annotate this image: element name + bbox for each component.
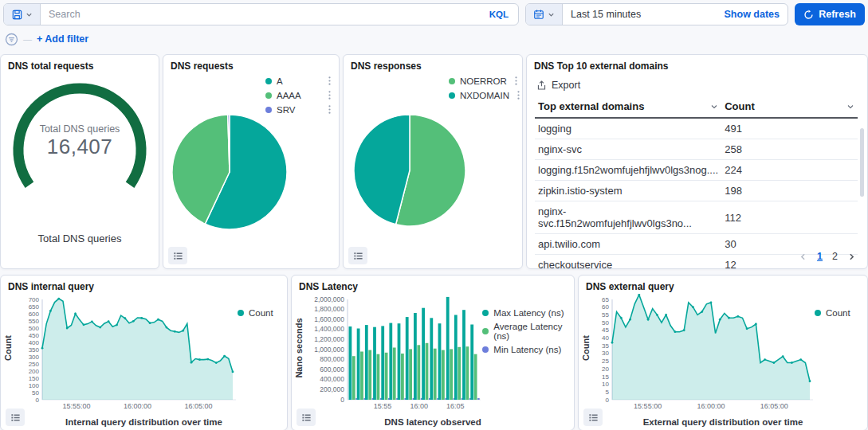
svg-text:450: 450 bbox=[29, 332, 40, 339]
time-range-value[interactable]: Last 15 minutes bbox=[563, 4, 717, 25]
svg-text:16:05:00: 16:05:00 bbox=[184, 402, 212, 410]
svg-text:35: 35 bbox=[602, 342, 609, 350]
svg-text:10: 10 bbox=[602, 381, 609, 388]
svg-text:300: 300 bbox=[29, 354, 40, 361]
svg-text:50: 50 bbox=[602, 319, 609, 326]
search-bar: KQL bbox=[3, 3, 519, 25]
legend-item[interactable]: Max Latency (ns) bbox=[482, 308, 574, 318]
export-button[interactable]: Export bbox=[527, 72, 588, 96]
legend-toggle-button[interactable] bbox=[6, 408, 25, 426]
x-axis-title: Internal query distribution over time bbox=[1, 417, 287, 427]
export-icon bbox=[536, 80, 547, 91]
legend-label: Max Latency (ns) bbox=[493, 308, 564, 318]
svg-text:0: 0 bbox=[36, 397, 40, 404]
list-icon bbox=[10, 412, 21, 423]
legend-dot bbox=[238, 310, 244, 316]
svg-text:650: 650 bbox=[29, 303, 40, 311]
date-picker: Last 15 minutes Show dates bbox=[525, 3, 788, 25]
svg-text:45: 45 bbox=[602, 326, 609, 334]
panel-title: DNS Latency bbox=[292, 276, 574, 292]
legend-item[interactable]: Count bbox=[238, 308, 287, 318]
legend-dot bbox=[265, 92, 272, 99]
cell-domain: checkoutservice bbox=[535, 255, 721, 270]
refresh-button[interactable]: Refresh bbox=[795, 3, 865, 25]
svg-text:15:55: 15:55 bbox=[374, 402, 392, 410]
panel-dns-internal-query: DNS internal query Count 050100150200250… bbox=[0, 275, 288, 430]
column-header-domains[interactable]: Top external domains bbox=[535, 96, 721, 118]
legend: Count bbox=[238, 294, 287, 416]
svg-text:700: 700 bbox=[29, 296, 40, 303]
column-label: Count bbox=[725, 100, 755, 112]
legend-item[interactable]: Average Latency (ns) bbox=[482, 322, 574, 341]
legend-label: Count bbox=[249, 308, 273, 318]
table-row: logging491 bbox=[535, 118, 858, 139]
legend-menu-icon[interactable] bbox=[325, 90, 334, 100]
svg-text:1,000,000: 1,000,000 bbox=[315, 346, 345, 354]
kql-button[interactable]: KQL bbox=[480, 4, 518, 25]
legend-toggle-button[interactable] bbox=[348, 247, 367, 264]
panel-dns-requests: DNS requests AAAAASRV bbox=[163, 54, 340, 269]
legend: Count bbox=[815, 294, 864, 416]
gauge-chart bbox=[1, 72, 159, 217]
svg-text:5: 5 bbox=[606, 389, 610, 396]
svg-text:15:55:00: 15:55:00 bbox=[62, 402, 90, 410]
y-axis-title: Nano seconds bbox=[294, 304, 304, 392]
area-chart: 0510152025303540455055606515:55:0016:00:… bbox=[591, 294, 815, 416]
svg-text:250: 250 bbox=[29, 361, 40, 368]
svg-text:200,000: 200,000 bbox=[320, 385, 345, 393]
saved-query-menu-button[interactable] bbox=[4, 4, 41, 25]
next-page-button[interactable] bbox=[847, 252, 856, 261]
date-quick-menu-button[interactable] bbox=[526, 4, 563, 25]
legend-menu-icon[interactable] bbox=[325, 104, 334, 115]
legend-item[interactable]: Count bbox=[815, 308, 864, 318]
svg-text:15: 15 bbox=[602, 373, 609, 381]
list-icon bbox=[301, 412, 312, 423]
legend-toggle-button[interactable] bbox=[583, 408, 603, 426]
svg-text:16:00:00: 16:00:00 bbox=[124, 402, 151, 410]
legend-label: Count bbox=[826, 308, 850, 318]
cell-domain: nginx-svc bbox=[535, 139, 721, 160]
svg-text:200: 200 bbox=[29, 368, 40, 375]
svg-text:1,600,000: 1,600,000 bbox=[315, 315, 345, 323]
svg-text:350: 350 bbox=[29, 346, 40, 354]
chevron-down-icon bbox=[548, 11, 555, 18]
legend-toggle-button[interactable] bbox=[297, 408, 316, 426]
column-header-count[interactable]: Count bbox=[721, 96, 858, 118]
legend-menu-icon[interactable] bbox=[325, 76, 334, 86]
panel-dns-total-requests: DNS total requests Total DNS queries 16,… bbox=[0, 54, 159, 269]
page-number-1[interactable]: 1 bbox=[817, 251, 823, 262]
cell-domain: zipkin.istio-system bbox=[535, 181, 721, 201]
legend-item[interactable]: NXDOMAIN bbox=[449, 90, 517, 100]
page-number-2[interactable]: 2 bbox=[832, 251, 838, 262]
previous-page-button[interactable] bbox=[799, 252, 807, 261]
add-filter-button[interactable]: + Add filter bbox=[37, 33, 88, 45]
svg-text:150: 150 bbox=[29, 375, 40, 382]
panel-title: DNS total requests bbox=[1, 55, 159, 72]
table-row: logging.f15n2womfujehfjlwv0lgs3nog....22… bbox=[535, 160, 858, 181]
search-input[interactable] bbox=[41, 4, 480, 25]
legend-toggle-button[interactable] bbox=[168, 247, 187, 264]
legend-item[interactable]: AAAA bbox=[265, 90, 334, 100]
legend-item[interactable]: A bbox=[265, 76, 334, 86]
table-scrollbar[interactable] bbox=[860, 128, 864, 197]
legend-menu-icon[interactable] bbox=[512, 76, 520, 86]
filter-icon[interactable] bbox=[5, 33, 18, 46]
legend-item[interactable]: NOERROR bbox=[449, 76, 517, 86]
legend-label: A bbox=[277, 76, 283, 86]
svg-text:55: 55 bbox=[602, 311, 609, 319]
legend-dot bbox=[449, 92, 455, 99]
show-dates-button[interactable]: Show dates bbox=[717, 4, 787, 25]
cell-domain: logging bbox=[535, 118, 721, 139]
save-icon bbox=[11, 9, 23, 21]
x-axis-title: External query distribution over time bbox=[579, 417, 867, 427]
svg-text:65: 65 bbox=[602, 296, 609, 303]
table-row: nginx-svc258 bbox=[535, 139, 858, 160]
legend-menu-icon[interactable] bbox=[514, 90, 523, 100]
svg-text:600,000: 600,000 bbox=[320, 366, 345, 373]
legend-item[interactable]: Min Latency (ns) bbox=[482, 345, 574, 354]
area-chart: 0501001502002503003504004505005506006507… bbox=[14, 294, 238, 416]
svg-text:0: 0 bbox=[341, 396, 345, 404]
domains-table: Top external domains Count logging491ngi… bbox=[535, 96, 858, 269]
svg-text:550: 550 bbox=[29, 318, 40, 325]
query-bar: KQL Last 15 minutes Show dates Refresh bbox=[3, 3, 865, 25]
